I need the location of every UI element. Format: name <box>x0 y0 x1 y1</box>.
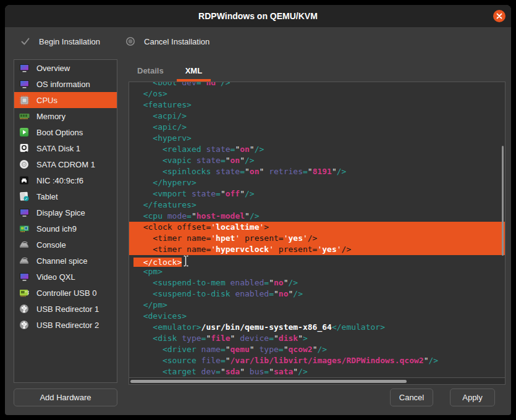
vertical-scrollbar[interactable] <box>502 146 504 256</box>
xml-code-line: <timer name='hpet' present='yes'/> <box>129 233 505 244</box>
close-icon <box>496 10 502 22</box>
toolbar: Begin Installation Cancel Installation <box>5 27 511 56</box>
titlebar[interactable]: RDPWindows on QEMU/KVM <box>5 5 511 27</box>
cpu-icon <box>19 94 30 106</box>
add-hardware-label: Add Hardware <box>40 393 91 402</box>
sidebar-item-label: OS information <box>36 80 90 89</box>
monitor-icon <box>19 62 30 74</box>
sidebar-item-label: Channel spice <box>36 256 87 266</box>
apply-button[interactable]: Apply <box>450 388 495 406</box>
sidebar-item-label: USB Redirector 1 <box>36 304 99 314</box>
xml-code-line: <suspend-to-mem enabled="no"/> <box>129 277 505 288</box>
xml-code-line: <cpu mode="host-model"/> <box>129 211 505 222</box>
sidebar-item-video-qxl[interactable]: Video QXL <box>14 269 117 285</box>
add-hardware-button[interactable]: Add Hardware <box>14 388 117 406</box>
sidebar-item-label: SATA Disk 1 <box>36 144 80 153</box>
sidebar-item-usb-redirector-2[interactable]: USB Redirector 2 <box>14 317 117 333</box>
xml-code-line: </os> <box>129 88 505 99</box>
hardware-list: OverviewOS informationCPUsMemoryBoot Opt… <box>14 59 117 383</box>
tabbar: Details XML <box>137 65 202 80</box>
xml-code-line: </features> <box>129 200 505 211</box>
begin-installation-button[interactable]: Begin Installation <box>20 36 100 47</box>
sidebar-item-usb-redirector-1[interactable]: USB Redirector 1 <box>14 301 117 317</box>
monitor-icon <box>19 78 30 90</box>
xml-code-line: <driver name="qemu" type="qcow2"/> <box>129 344 505 355</box>
sidebar-item-os-information[interactable]: OS information <box>14 76 117 92</box>
xml-code-line: <spinlocks state="on" retries="8191"/> <box>129 166 505 177</box>
xml-code-line: <timer name='hypervclock' present='yes'/… <box>129 244 505 255</box>
usb-icon <box>19 303 30 314</box>
xml-code-line: </clock> <box>129 255 505 266</box>
sidebar-item-label: Tablet <box>36 192 58 201</box>
sidebar-item-sata-cdrom-1[interactable]: SATA CDROM 1 <box>14 156 117 172</box>
xml-code-line: <apic/> <box>129 122 505 133</box>
sidebar-item-label: CPUs <box>36 96 57 105</box>
tab-details-label: Details <box>137 66 164 75</box>
sound-card-icon <box>19 223 30 234</box>
sidebar-item-tablet[interactable]: Tablet <box>14 188 117 204</box>
sidebar-item-cpus[interactable]: CPUs <box>14 92 117 108</box>
memory-icon <box>19 111 30 122</box>
sidebar-item-boot-options[interactable]: Boot Options <box>14 124 117 140</box>
horizontal-scrollbar-thumb[interactable] <box>130 380 407 383</box>
sidebar-item-label: Video QXL <box>36 272 75 282</box>
horizontal-scrollbar-track[interactable] <box>129 377 505 384</box>
xml-code-line: <suspend-to-disk enabled="no"/> <box>129 288 505 300</box>
sidebar-item-label: NIC :40:9c:f6 <box>36 176 83 185</box>
xml-code-line: <boot dev="hd"/> <box>129 82 505 88</box>
sidebar-item-label: Display Spice <box>36 208 85 217</box>
begin-installation-label: Begin Installation <box>39 37 100 46</box>
vm-details-window: RDPWindows on QEMU/KVM Begin Installatio… <box>5 5 511 415</box>
xml-code-line: <hyperv> <box>129 133 505 144</box>
xml-code-line: </hyperv> <box>129 177 505 188</box>
tab-details[interactable]: Details <box>137 65 164 80</box>
usb-icon <box>19 319 30 330</box>
xml-code-line: <vapic state="on"/> <box>129 155 505 166</box>
cancel-installation-button[interactable]: Cancel Installation <box>125 36 209 47</box>
serial-port-icon <box>19 255 30 266</box>
sidebar-item-memory[interactable]: Memory <box>14 108 117 124</box>
tab-xml-label: XML <box>185 66 202 75</box>
sidebar-item-sound-ich9[interactable]: Sound ich9 <box>14 220 117 237</box>
cdrom-icon <box>19 159 30 170</box>
window-title: RDPWindows on QEMU/KVM <box>198 11 318 21</box>
xml-code-line: <clock offset='localtime'> <box>129 222 505 233</box>
xml-code-line: <disk type="file" device="disk"> <box>129 333 505 344</box>
checkmark-icon <box>20 36 31 47</box>
sidebar-item-label: Overview <box>36 64 70 73</box>
xml-code-line: <acpi/> <box>129 111 505 122</box>
boot-play-icon <box>19 127 30 138</box>
sidebar-item-label: Sound ich9 <box>36 224 77 233</box>
sidebar-item-overview[interactable]: Overview <box>14 60 117 76</box>
xml-code-line: <features> <box>129 99 505 111</box>
cancel-installation-label: Cancel Installation <box>144 37 209 46</box>
sidebar-item-label: Console <box>36 240 66 250</box>
tab-xml[interactable]: XML <box>185 65 202 80</box>
sidebar-item-display-spice[interactable]: Display Spice <box>14 204 117 220</box>
sidebar-item-console[interactable]: Console <box>14 237 117 253</box>
sidebar-item-channel-spice[interactable]: Channel spice <box>14 253 117 269</box>
usb-controller-icon <box>19 287 30 298</box>
sidebar-item-label: Memory <box>36 112 66 121</box>
monitor-icon <box>19 271 30 282</box>
sidebar-item-label: SATA CDROM 1 <box>36 160 95 169</box>
sidebar-item-label: Controller USB 0 <box>36 288 97 298</box>
apply-label: Apply <box>462 393 483 402</box>
sidebar-item-controller-usb-0[interactable]: Controller USB 0 <box>14 285 117 301</box>
sidebar-item-sata-disk-1[interactable]: SATA Disk 1 <box>14 140 117 156</box>
xml-code-line: <emulator>/usr/bin/qemu-system-x86_64</e… <box>129 322 505 333</box>
sidebar-item-nic-40-9c-f6[interactable]: NIC :40:9c:f6 <box>14 172 117 188</box>
cancel-label: Cancel <box>399 393 424 402</box>
tablet-icon <box>19 191 30 202</box>
xml-code-line: <source file="/var/lib/libvirt/images/RD… <box>129 355 505 366</box>
close-button[interactable] <box>493 10 505 22</box>
cancel-button[interactable]: Cancel <box>390 388 433 406</box>
xml-code-line: <vmport state="off"/> <box>129 188 505 200</box>
xml-code-line: <target dev="sda" bus="sata"/> <box>129 366 505 377</box>
text-cursor-ibeam <box>183 255 188 270</box>
sidebar-item-label: USB Redirector 2 <box>36 321 99 330</box>
disk-icon <box>19 143 30 154</box>
xml-code-line: </pm> <box>129 300 505 311</box>
xml-code-line: <devices> <box>129 311 505 322</box>
xml-editor[interactable]: <boot dev="hd"/> </os> <features> <acpi/… <box>129 82 505 385</box>
